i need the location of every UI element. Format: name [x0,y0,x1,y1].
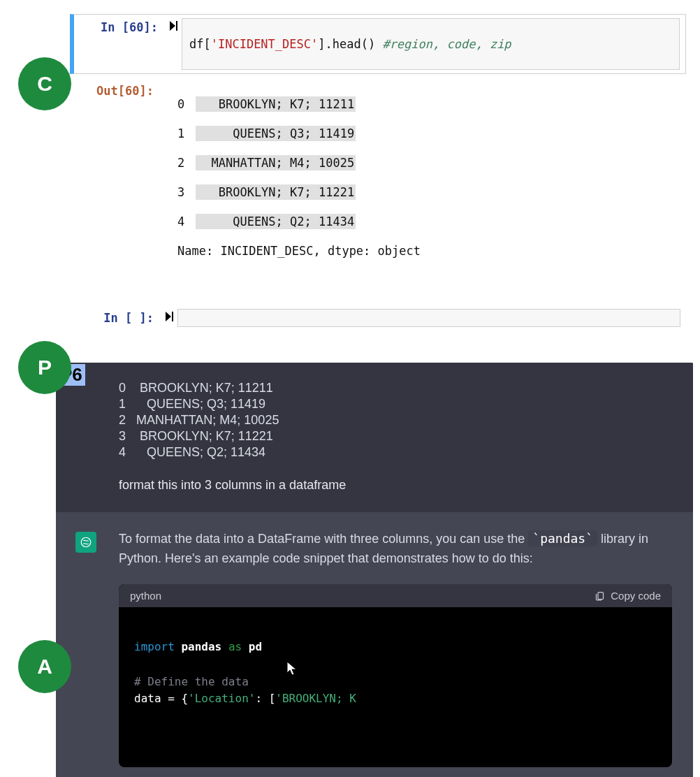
code-token: import [134,640,175,653]
jupyter-panel: In [60]: df['INCIDENT_DESC'].head() #reg… [0,0,700,342]
badge-a: A [18,640,71,693]
user-data-row: 1 QUEENS; Q3; 11419 [119,397,672,412]
copy-code-label: Copy code [611,590,661,602]
in-prompt: In [60]: [74,15,165,73]
output-value: QUEENS; Q3; 11419 [196,126,356,141]
chat-panel: P6 0 BROOKLYN; K7; 11211 1 QUEENS; Q3; 1… [56,363,693,777]
output-index: 4 [177,214,190,229]
svg-rect-1 [598,593,604,600]
code-block: python Copy code import pandas as pd # D… [119,584,672,767]
code-token: data = { [134,692,188,705]
code-token: 'Location' [188,692,255,705]
code-token: ].head() [318,37,382,51]
output-value: BROOKLYN; K7; 11211 [196,96,356,112]
code-token: pd [249,640,262,653]
code-token: 'BROOKLYN; K [275,692,356,705]
out-prompt: Out[60]: [70,78,161,294]
output-index: 1 [177,126,190,141]
assistant-text: To format the data into a DataFrame with… [119,529,672,569]
user-data-row: 4 QUEENS; Q2; 11434 [119,445,672,460]
code-input-empty[interactable] [177,309,680,327]
code-body[interactable]: import pandas as pd # Define the data da… [119,607,672,767]
user-data-row: 0 BROOKLYN; K7; 11211 [119,381,672,395]
assistant-avatar-icon [75,532,96,553]
code-token: df[ [189,37,211,51]
output-value: MANHATTAN; M4; 10025 [196,155,356,170]
output-index: 3 [177,184,190,200]
assistant-text-part: To format the data into a DataFrame with… [119,532,528,546]
badge-c: C [18,57,71,110]
jupyter-output-cell: Out[60]: 0 BROOKLYN; K7; 11211 1 QUEENS;… [70,78,686,294]
user-data-row: 3 BROOKLYN; K7; 11221 [119,429,672,444]
output-footer: Name: INCIDENT_DESC, dtype: object [177,243,686,259]
clipboard-icon [595,590,605,601]
user-data-row: 2 MANHATTAN; M4; 10025 [119,413,672,428]
output-index: 0 [177,96,190,112]
run-cell-icon[interactable] [165,15,182,73]
jupyter-code-cell[interactable]: In [60]: df['INCIDENT_DESC'].head() #reg… [70,14,686,74]
code-token-comment: # Define the data [134,675,249,688]
output-row: 4 QUEENS; Q2; 11434 [177,214,686,229]
output-index: 2 [177,155,190,170]
jupyter-empty-cell[interactable]: In [ ]: [70,305,686,331]
output-area: 0 BROOKLYN; K7; 11211 1 QUEENS; Q3; 1141… [177,78,686,294]
code-input[interactable]: df['INCIDENT_DESC'].head() #region, code… [182,18,680,70]
code-token-comment: #region, code, zip [382,37,511,51]
svg-point-0 [81,537,91,547]
in-prompt-empty: In [ ]: [70,305,161,331]
badge-p: P [18,341,71,394]
chat-user-message: 0 BROOKLYN; K7; 11211 1 QUEENS; Q3; 1141… [56,363,693,512]
code-block-header: python Copy code [119,584,672,607]
code-token: : [ [255,692,275,705]
spacer [161,78,177,294]
inline-code: `pandas` [528,530,597,546]
code-token: 'INCIDENT_DESC' [211,37,319,51]
output-row: 0 BROOKLYN; K7; 11211 [177,96,686,112]
output-value: QUEENS; Q2; 11434 [196,214,356,229]
run-cell-icon[interactable] [161,305,177,331]
output-row: 2 MANHATTAN; M4; 10025 [177,155,686,170]
user-instruction: format this into 3 columns in a datafram… [119,478,672,493]
output-row: 1 QUEENS; Q3; 11419 [177,126,686,141]
output-value: BROOKLYN; K7; 11221 [196,184,356,200]
code-token: pandas [181,640,221,653]
code-language-label: python [130,590,161,602]
copy-code-button[interactable]: Copy code [595,590,661,602]
code-token: as [228,640,242,653]
chat-assistant-message: To format the data into a DataFrame with… [56,512,693,777]
output-row: 3 BROOKLYN; K7; 11221 [177,184,686,200]
